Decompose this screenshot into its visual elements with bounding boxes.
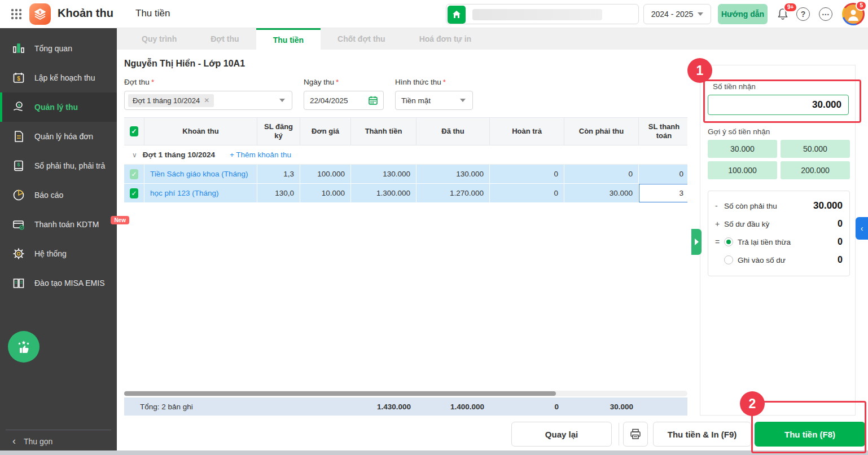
header-checkbox-cell: ✓ [124, 118, 144, 145]
record-balance-radio[interactable] [724, 255, 733, 264]
summary-value: 0 [838, 255, 843, 265]
add-fee-link[interactable]: + Thêm khoản thu [230, 151, 291, 159]
col-sl-thanh-toan[interactable]: SL thanh toán [639, 118, 687, 145]
suggestion-button[interactable]: 200.000 [781, 161, 850, 179]
collect-button[interactable]: Thu tiền (F8) [755, 422, 865, 447]
app-grid-icon[interactable] [10, 8, 23, 20]
method-select[interactable]: Tiền mặt [395, 91, 473, 110]
sidebar-collapse-button[interactable]: ‹ Thu gọn [12, 435, 52, 447]
sidebar-item-label: Tổng quan [34, 44, 72, 53]
cell-paid: 130.000 [417, 165, 490, 183]
sidebar-item-label: Báo cáo [34, 191, 63, 200]
guide-button[interactable]: Hướng dẫn [718, 4, 768, 24]
tab-quy-trinh[interactable]: Quy trình [125, 28, 194, 50]
date-value: 22/04/2025 [310, 96, 348, 105]
cell-remain: 30.000 [564, 184, 639, 202]
gear-icon [11, 246, 26, 261]
more-options-button[interactable]: ⋯ [818, 7, 833, 21]
total-remain: 30.000 [564, 397, 639, 416]
payment-summary-box: - Số còn phải thu 30.000 + Số dư đầu kỳ … [708, 191, 850, 276]
chevron-down-icon[interactable]: ∨ [132, 151, 137, 159]
user-avatar[interactable]: 5 [842, 3, 865, 25]
batch-select[interactable]: Đợt 1 tháng 10/2024 ✕ [124, 91, 292, 110]
date-input[interactable]: 22/04/2025 [304, 91, 384, 110]
col-khoan-thu[interactable]: Khoản thu [144, 118, 257, 145]
open-book-icon [11, 276, 26, 290]
col-thanh-tien[interactable]: Thành tiền [351, 118, 417, 145]
col-da-thu[interactable]: Đã thu [417, 118, 490, 145]
sidebar-item-quan-ly-thu[interactable]: $ Quản lý thu [0, 92, 117, 122]
collect-and-print-button[interactable]: Thu tiền & In (F9) [653, 422, 751, 447]
back-button[interactable]: Quay lại [511, 422, 612, 447]
col-con-phai-thu[interactable]: Còn phải thu [564, 118, 639, 145]
sidebar-item-dao-tao-misa-emis[interactable]: Đào tạo MISA EMIS [0, 268, 117, 298]
table-group-row: ∨ Đợt 1 tháng 10/2024 + Thêm khoản thu [124, 145, 687, 165]
payment-card-icon [11, 217, 26, 232]
method-value: Tiền mặt [401, 96, 431, 105]
tab-hoa-don-tu-in[interactable]: Hoá đơn tự in [402, 28, 488, 50]
table-row[interactable]: ✓ Tiền Sách giáo khoa (Tháng) 1,3 100.00… [124, 165, 687, 184]
return-change-radio[interactable] [724, 237, 733, 246]
tab-chot-dot-thu[interactable]: Chốt đợt thu [321, 28, 402, 50]
sidebar-divider [6, 430, 111, 430]
horizontal-scrollbar[interactable] [124, 391, 687, 396]
sidebar-item-bao-cao[interactable]: Báo cáo [0, 180, 117, 210]
suggestion-button[interactable]: 100.000 [708, 161, 777, 179]
group-label: Đợt 1 tháng 10/2024 [143, 151, 215, 159]
required-marker: * [336, 78, 339, 86]
sidebar-item-lap-ke-hoach-thu[interactable]: $ Lập kế hoạch thu [0, 63, 117, 92]
summary-value: 0 [838, 219, 843, 229]
col-hoan-tra[interactable]: Hoàn trả [490, 118, 564, 145]
tab-dot-thu[interactable]: Đợt thu [194, 28, 256, 50]
pay-qty-edit-cell[interactable]: 3 [639, 184, 687, 202]
khoan-thu-app-icon[interactable]: $ [29, 3, 51, 25]
page-title: Khoản thu [58, 7, 113, 20]
expand-panel-toggle[interactable] [691, 229, 702, 255]
row-checkbox[interactable]: ✓ [130, 188, 138, 198]
summary-label: Trả lại tiền thừa [738, 238, 791, 246]
sidebar-item-label: Hệ thống [34, 249, 67, 258]
calendar-icon[interactable] [368, 95, 378, 105]
total-refund: 0 [490, 397, 564, 416]
cell-paid: 1.270.000 [417, 184, 490, 202]
batch-tag: Đợt 1 tháng 10/2024 ✕ [128, 94, 214, 107]
cell-price: 10.000 [300, 184, 351, 202]
cell-pay-qty[interactable]: 0 [639, 165, 687, 183]
global-search-input[interactable] [446, 4, 639, 24]
batch-tag-label: Đợt 1 tháng 10/2024 [133, 96, 200, 105]
sidebar-item-he-thong[interactable]: Hệ thống [0, 239, 117, 268]
school-year-select[interactable]: 2024 - 2025 [643, 4, 711, 24]
table-row[interactable]: ✓ học phí 123 (Tháng) 130,0 10.000 1.300… [124, 184, 687, 203]
select-all-checkbox[interactable]: ✓ [130, 126, 138, 136]
question-mark-icon: ? [796, 7, 810, 21]
collapse-panel-toggle[interactable]: ‹ [856, 217, 868, 240]
sidebar-item-quan-ly-hoa-don[interactable]: Quản lý hóa đơn [0, 122, 117, 151]
window-bottom-edge [0, 450, 868, 455]
fee-name-link[interactable]: Tiền Sách giáo khoa (Tháng) [150, 170, 248, 178]
new-badge: New [111, 216, 129, 224]
amount-received-input[interactable]: 30.000 [708, 95, 849, 115]
fee-name-link[interactable]: học phí 123 (Tháng) [150, 189, 219, 197]
col-don-gia[interactable]: Đơn giá [300, 118, 351, 145]
remove-tag-icon[interactable]: ✕ [204, 96, 209, 104]
summary-label: Số dư đầu kỳ [724, 220, 769, 228]
total-paid: 1.400.000 [417, 397, 490, 416]
sidebar-item-thanh-toan-kdtm[interactable]: Thanh toán KDTM New [0, 210, 117, 239]
sidebar-item-so-phai-thu-phai-tra[interactable]: $ Sổ phải thu, phải trả [0, 151, 117, 180]
sidebar-item-tong-quan[interactable]: Tổng quan [0, 34, 117, 63]
scrollbar-thumb[interactable] [124, 391, 556, 396]
col-sl-dang-ky[interactable]: SL đăng ký [257, 118, 300, 145]
notifications-button[interactable]: 9+ [775, 7, 790, 21]
calendar-dollar-icon: $ [11, 70, 26, 85]
home-icon[interactable] [448, 6, 466, 24]
feedback-thumbs-up-button[interactable] [8, 331, 40, 363]
tab-thu-tien[interactable]: Thu tiền [256, 28, 321, 50]
help-button[interactable]: ? [796, 7, 810, 21]
row-checkbox[interactable]: ✓ [130, 169, 138, 179]
summary-row-return-change: = Trả lại tiền thừa 0 [715, 233, 843, 251]
invoice-icon [11, 129, 26, 144]
suggestion-button[interactable]: 30.000 [708, 140, 777, 158]
suggestion-button[interactable]: 50.000 [781, 140, 850, 158]
thumbs-up-stars-icon [14, 337, 33, 356]
print-button[interactable] [623, 422, 648, 447]
